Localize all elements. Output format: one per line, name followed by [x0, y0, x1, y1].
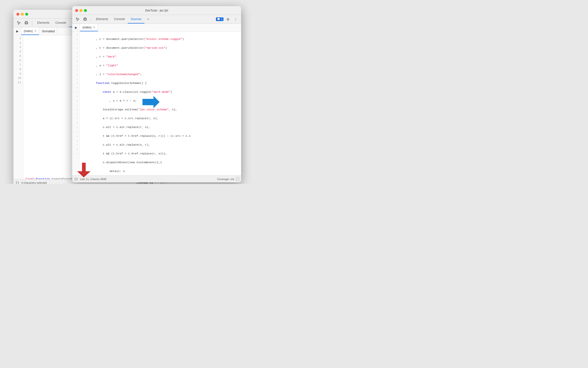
gutter-front: – – – – – – – – – – – – – – – – – – – – [72, 32, 80, 175]
toolbar-divider-front [91, 17, 91, 22]
sidebar-toggle-front[interactable]: ▶ [72, 24, 80, 32]
blue-arrow [142, 96, 160, 108]
curly-braces-icon-front[interactable]: {} [74, 177, 78, 181]
inspect-icon[interactable] [15, 20, 22, 26]
tab-elements-back[interactable]: Elements [34, 19, 52, 27]
minimize-button-front[interactable] [80, 9, 82, 12]
device-icon[interactable] [23, 20, 30, 26]
toolbar-tabs-front: Elements Console Sources » [93, 15, 152, 23]
red-arrow-actual [77, 163, 91, 177]
tab-more-front[interactable]: » [144, 15, 152, 23]
status-right-front: Coverage: n/a ↑ [217, 177, 239, 181]
file-tab-close-front[interactable]: ✕ [93, 26, 95, 29]
svg-marker-3 [142, 96, 160, 108]
tab-console-back[interactable]: Console [52, 19, 69, 27]
curly-braces-icon-back[interactable]: {} [15, 181, 19, 184]
file-tabs-bar-front: ▶ (index) ✕ [72, 24, 241, 32]
toolbar-divider-back [32, 21, 32, 25]
file-tab-index-back[interactable]: (index) ✕ [21, 27, 39, 35]
maximize-button-front[interactable] [84, 9, 87, 12]
close-button-front[interactable] [75, 9, 78, 12]
sidebar-toggle-back[interactable]: ▶ [13, 27, 21, 35]
status-bar-front: {} Line 11, Column 3939 Coverage: n/a ↑ [72, 175, 241, 182]
tab-sources-front[interactable]: Sources [128, 15, 144, 23]
close-button-back[interactable] [16, 13, 19, 16]
file-tab-close-back[interactable]: ✕ [34, 29, 36, 33]
traffic-lights-back [16, 13, 28, 16]
settings-icon-front[interactable]: ⚙ [224, 16, 231, 23]
devtools-window-front: DevTools - jec.fyi/ Elements Console Sou… [72, 6, 241, 182]
more-icon-front[interactable]: ⋮ [232, 16, 239, 23]
window-title-front: DevTools - jec.fyi/ [145, 9, 168, 12]
coverage-icon-front[interactable]: ↑ [236, 177, 239, 181]
coverage-text-front: Coverage: n/a [217, 178, 234, 181]
svg-marker-6 [77, 163, 91, 177]
tab-console-front[interactable]: Console [111, 15, 128, 23]
file-tab-formatted-back[interactable]: :formatted [39, 27, 58, 35]
inspect-icon-front[interactable] [74, 16, 81, 23]
svg-rect-0 [25, 21, 27, 24]
front-code-content[interactable]: , c = document.querySelector("#color-sch… [80, 32, 241, 175]
status-text-back: 9 characters selected [21, 181, 47, 184]
maximize-button-back[interactable] [25, 13, 28, 16]
traffic-lights-front [75, 9, 87, 12]
chat-badge[interactable]: 💬 1 [216, 17, 223, 21]
svg-rect-4 [84, 18, 86, 20]
device-icon-front[interactable] [82, 16, 89, 23]
minimize-button-back[interactable] [21, 13, 24, 16]
file-tab-index-front[interactable]: (index) ✕ [80, 24, 98, 31]
tab-elements-front[interactable]: Elements [93, 15, 111, 23]
title-bar-front: DevTools - jec.fyi/ [72, 6, 241, 15]
status-line-text: Line 11, Column 3939 [80, 178, 106, 181]
toolbar-front: Elements Console Sources » 💬 1 ⚙ ⋮ [72, 15, 241, 24]
toolbar-right-front: 💬 1 ⚙ ⋮ [216, 16, 239, 23]
line-numbers-back: 1 2 3 4 5 6 7 8 9 10 11 [13, 35, 23, 179]
